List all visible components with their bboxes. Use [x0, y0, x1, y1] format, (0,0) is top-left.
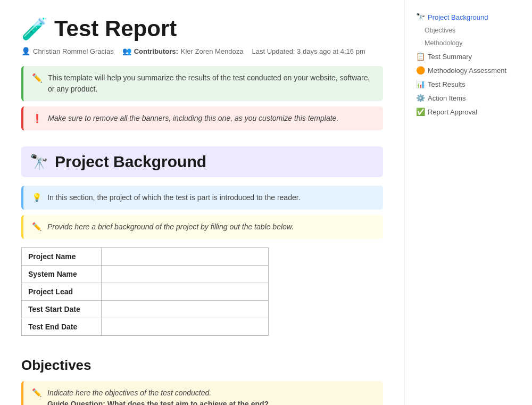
contributors-meta: 👥 Contributors: Kier Zoren Mendoza: [122, 47, 244, 55]
sidebar-item-label: Test Results: [428, 80, 466, 88]
project-background-section: 🔭 Project Background 💡 In this section, …: [21, 146, 383, 336]
sidebar-item-label: Objectives: [425, 27, 455, 34]
sidebar-item-label: Project Background: [428, 13, 488, 21]
last-updated-text: Last Updated: 3 days ago at 4:16 pm: [252, 47, 365, 55]
info-banner-icon: ✏️: [32, 73, 43, 83]
sidebar-item-icon: ⚙️: [416, 94, 425, 102]
objectives-info-icon: ✏️: [32, 388, 42, 398]
warning-banner-text: Make sure to remove all the banners, inc…: [48, 113, 338, 124]
table-cell-value[interactable]: [101, 266, 268, 283]
sidebar-item-project-background[interactable]: 🔭Project Background: [413, 11, 513, 23]
objectives-info-box: ✏️ Indicate here the objectives of the t…: [21, 381, 383, 405]
sidebar-item-icon: 🟠: [416, 66, 425, 75]
objectives-info-text: Indicate here the objectives of the test…: [47, 387, 269, 405]
sidebar-item-label: Action Items: [428, 94, 466, 102]
sidebar-item-test-results[interactable]: 📊Test Results: [413, 78, 513, 90]
contributors-icon: 👥: [122, 47, 131, 55]
page-header: 🧪 Test Report: [21, 16, 383, 42]
sidebar-item-methodology[interactable]: Methodology: [413, 37, 513, 49]
sidebar-item-methodology-assessment[interactable]: 🟠Methodology Assessment: [413, 64, 513, 77]
table-cell-value[interactable]: [101, 248, 268, 266]
objectives-title: Objectives: [21, 357, 383, 374]
project-hint-text: Provide here a brief background of the p…: [47, 221, 294, 233]
last-updated-meta: Last Updated: 3 days ago at 4:16 pm: [252, 47, 365, 55]
project-info-text: In this section, the project of which th…: [47, 192, 300, 203]
warning-banner: ❗ Make sure to remove all the banners, i…: [21, 106, 383, 130]
info-banner-text: This template will help you summarize th…: [48, 72, 375, 95]
author-meta: 👤 Christian Rommel Gracias: [21, 47, 114, 55]
main-content: 🧪 Test Report 👤 Christian Rommel Gracias…: [0, 0, 404, 405]
sidebar-item-icon: 📊: [416, 80, 425, 88]
table-row: Project Lead: [22, 283, 269, 301]
project-hint-box: ✏️ Provide here a brief background of th…: [21, 215, 383, 239]
warning-banner-icon: ❗: [32, 113, 43, 123]
table-row: Project Name: [22, 248, 269, 266]
contributors-names: Kier Zoren Mendoza: [181, 47, 244, 55]
table-cell-value[interactable]: [101, 283, 268, 301]
sidebar-item-action-items[interactable]: ⚙️Action Items: [413, 92, 513, 104]
sidebar-item-label: Test Summary: [428, 53, 472, 61]
table-cell-label: System Name: [22, 266, 102, 283]
author-name: Christian Rommel Gracias: [33, 47, 114, 55]
project-table: Project NameSystem NameProject LeadTest …: [21, 247, 269, 336]
table-cell-label: Project Name: [22, 248, 102, 266]
table-cell-label: Project Lead: [22, 283, 102, 301]
sidebar-item-objectives[interactable]: Objectives: [413, 24, 513, 36]
project-info-box: 💡 In this section, the project of which …: [21, 186, 383, 210]
meta-row: 👤 Christian Rommel Gracias 👥 Contributor…: [21, 47, 383, 55]
sidebar-item-icon: 🔭: [416, 13, 425, 21]
section-title: Project Background: [55, 153, 206, 171]
sidebar-item-label: Methodology Assessment: [428, 67, 506, 75]
table-cell-label: Test End Date: [22, 318, 102, 336]
page-title: Test Report: [54, 16, 177, 42]
section-header-icon: 🔭: [30, 153, 48, 171]
section-header: 🔭 Project Background: [21, 146, 383, 177]
sidebar-item-test-summary[interactable]: 📋Test Summary: [413, 50, 513, 63]
table-row: Test Start Date: [22, 301, 269, 318]
sidebar-item-label: Report Approval: [428, 108, 477, 116]
objectives-section: Objectives ✏️ Indicate here the objectiv…: [21, 357, 383, 405]
sidebar-item-label: Methodology: [425, 39, 463, 47]
project-hint-icon: ✏️: [32, 222, 42, 232]
table-row: Test End Date: [22, 318, 269, 336]
author-icon: 👤: [21, 47, 30, 55]
table-cell-value[interactable]: [101, 318, 268, 336]
table-row: System Name: [22, 266, 269, 283]
sidebar: 🔭Project BackgroundObjectivesMethodology…: [404, 0, 521, 405]
table-cell-label: Test Start Date: [22, 301, 102, 318]
sidebar-item-icon: ✅: [416, 108, 425, 116]
project-info-icon: 💡: [32, 193, 42, 202]
sidebar-item-report-approval[interactable]: ✅Report Approval: [413, 105, 513, 118]
info-banner: ✏️ This template will help you summarize…: [21, 66, 383, 101]
table-cell-value[interactable]: [101, 301, 268, 318]
title-icon: 🧪: [21, 16, 48, 42]
contributors-label: Contributors:: [134, 47, 178, 55]
sidebar-item-icon: 📋: [416, 52, 425, 61]
